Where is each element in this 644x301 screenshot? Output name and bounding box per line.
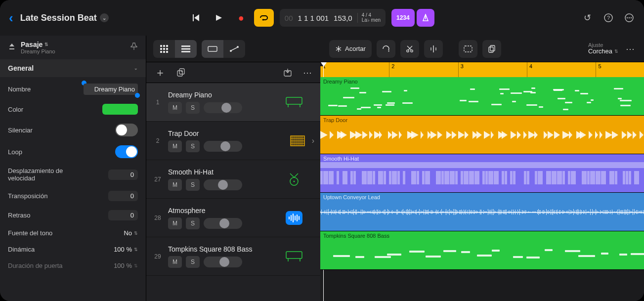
track-name: Trap Door: [168, 129, 283, 137]
svg-rect-10: [160, 48, 162, 50]
track-row[interactable]: 1Dreamy PianoMS: [146, 83, 320, 122]
volume-slider[interactable]: [204, 102, 242, 113]
ruler[interactable]: 12345: [320, 62, 644, 77]
delay-field[interactable]: 0: [108, 210, 138, 220]
instrument-icon[interactable]: [285, 209, 303, 227]
go-to-start-button[interactable]: [186, 9, 206, 27]
svg-rect-52: [286, 252, 302, 258]
tracklist-more-button[interactable]: ⋯: [301, 67, 314, 78]
duplicate-track-button[interactable]: [173, 65, 189, 81]
view-mode-button[interactable]: 1234: [391, 9, 415, 27]
row-silenciar: Silenciar: [0, 119, 146, 141]
solo-button[interactable]: S: [186, 217, 200, 229]
project-title-text: Late Session Beat: [20, 13, 97, 23]
region-label: Smooth Hi-Hat: [323, 156, 359, 162]
track-row[interactable]: 28AtmosphereMS: [146, 199, 320, 237]
loop-switch[interactable]: [115, 145, 138, 158]
solo-button[interactable]: S: [186, 179, 200, 191]
import-button[interactable]: [280, 65, 296, 81]
svg-line-50: [290, 173, 294, 177]
mute-switch[interactable]: [115, 124, 138, 136]
ruler-bar: 4: [527, 62, 534, 77]
chevron-right-icon[interactable]: ›: [312, 136, 314, 145]
svg-point-49: [294, 180, 295, 182]
svg-rect-16: [181, 45, 190, 47]
trim-tool-button[interactable]: Acortar: [329, 40, 372, 58]
instrument-icon[interactable]: [285, 170, 303, 189]
velocity-offset-field[interactable]: 0: [108, 170, 138, 180]
lcd-display[interactable]: 00 1 1 1 001 153,0 4 / 4 La♭ men: [280, 9, 386, 27]
track-name: Atmosphere: [168, 207, 280, 215]
snap-setting[interactable]: Ajuste Corchea⇅: [588, 42, 618, 55]
mute-button[interactable]: M: [168, 217, 182, 229]
svg-text:?: ?: [607, 15, 610, 21]
play-button[interactable]: [209, 9, 228, 27]
list-view-button[interactable]: [175, 40, 197, 58]
region-label: Dreamy Piano: [323, 79, 358, 85]
dynamics-field[interactable]: 100 %⇅: [98, 246, 138, 253]
transpose-field[interactable]: 0: [108, 191, 138, 201]
region[interactable]: Tompkins Square 808 Bass: [320, 231, 644, 270]
mute-button[interactable]: M: [168, 179, 182, 191]
mute-button[interactable]: M: [168, 256, 182, 268]
region[interactable]: Dreamy Piano: [320, 77, 644, 116]
region[interactable]: Smooth Hi-Hat: [320, 154, 644, 193]
color-swatch[interactable]: [102, 104, 138, 115]
automation-view-button[interactable]: [223, 40, 245, 58]
solo-button[interactable]: S: [186, 256, 200, 268]
region[interactable]: Trap Door: [320, 116, 644, 154]
toolbar: Acortar A: [146, 36, 644, 62]
metronome-button[interactable]: [417, 9, 434, 27]
gate-field[interactable]: 100 %⇅: [98, 262, 138, 269]
add-track-button[interactable]: ＋: [152, 65, 168, 81]
row-transposicion: Transposición 0: [0, 186, 146, 206]
volume-slider[interactable]: [204, 179, 242, 190]
scissors-button[interactable]: [400, 40, 419, 58]
mute-button[interactable]: M: [168, 140, 182, 152]
pitch-source-select[interactable]: No⇅: [98, 229, 138, 237]
instrument-icon[interactable]: [285, 247, 303, 266]
undo-history-icon[interactable]: ↺: [582, 12, 594, 24]
help-icon[interactable]: ?: [602, 12, 614, 24]
split-button[interactable]: [424, 40, 443, 58]
svg-rect-9: [166, 45, 168, 47]
more-icon[interactable]: [623, 12, 635, 24]
toolbar-more-button[interactable]: ⋯: [623, 43, 637, 54]
copy-button[interactable]: [482, 40, 501, 58]
track-row[interactable]: 29Tompkins Square 808 BassMS: [146, 237, 320, 276]
back-button[interactable]: ‹: [9, 10, 13, 26]
volume-slider[interactable]: [204, 141, 242, 152]
svg-point-23: [407, 49, 409, 51]
ruler-bar: 3: [458, 62, 466, 77]
name-field[interactable]: [84, 84, 138, 95]
svg-line-22: [231, 47, 237, 50]
track-row[interactable]: 2Trap DoorMS›: [146, 122, 320, 160]
record-button[interactable]: ●: [231, 9, 251, 27]
mute-button[interactable]: M: [168, 102, 182, 114]
svg-rect-12: [166, 48, 168, 50]
project-title[interactable]: Late Session Beat ⌄: [20, 13, 109, 23]
instrument-icon[interactable]: [288, 131, 307, 150]
marquee-button[interactable]: [459, 40, 477, 58]
svg-point-4: [627, 17, 628, 18]
loop-tool-button[interactable]: [377, 40, 395, 58]
arrange-area[interactable]: 12345 Dreamy PianoTrap DoorSmooth Hi-Hat…: [320, 62, 644, 301]
solo-button[interactable]: S: [186, 102, 200, 114]
grid-view-button[interactable]: [153, 40, 175, 58]
inspector-up-button[interactable]: [8, 43, 16, 52]
volume-slider[interactable]: [204, 257, 242, 267]
region[interactable]: Uptown Conveyor Lead: [320, 193, 644, 231]
region-label: Uptown Conveyor Lead: [323, 194, 380, 200]
pin-button[interactable]: [130, 43, 138, 52]
svg-line-51: [294, 173, 298, 177]
cycle-button[interactable]: [254, 9, 274, 27]
track-row[interactable]: 27Smooth Hi-HatMS: [146, 160, 320, 199]
solo-button[interactable]: S: [186, 140, 200, 152]
inspector-section-header[interactable]: General ⌄: [0, 59, 146, 77]
row-puerta: Duración de puerta 100 %⇅: [0, 258, 146, 274]
instrument-icon[interactable]: [285, 93, 303, 112]
lcd-position: 1 1 1 001: [298, 14, 329, 22]
volume-slider[interactable]: [204, 218, 242, 229]
region-view-button[interactable]: [202, 40, 223, 58]
row-color: Color: [0, 99, 146, 119]
